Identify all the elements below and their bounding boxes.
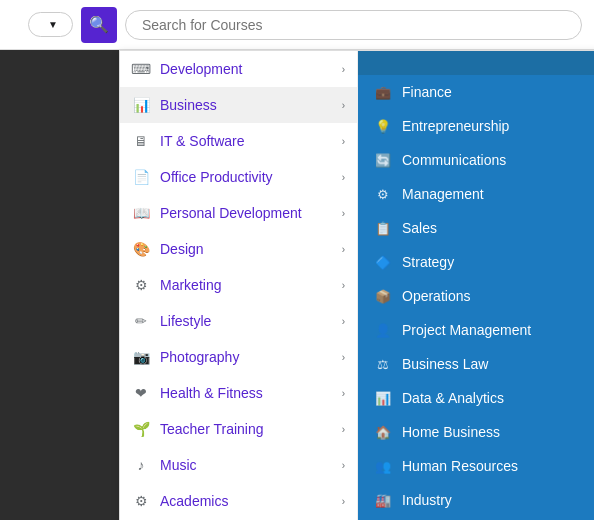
right-label-project-management: Project Management [402,322,531,338]
menu-label-photography: Photography [160,349,332,365]
menu-label-marketing: Marketing [160,277,332,293]
right-icon-strategy: 🔷 [374,253,392,271]
menu-item-academics[interactable]: ⚙ Academics › [120,483,357,519]
search-button[interactable]: 🔍 [81,7,117,43]
right-item-business-law[interactable]: ⚖ Business Law [358,347,594,381]
menu-item-personal-development[interactable]: 📖 Personal Development › [120,195,357,231]
menu-icon-academics: ⚙ [132,492,150,510]
menu-label-business: Business [160,97,332,113]
right-icon-sales: 📋 [374,219,392,237]
search-input[interactable] [125,10,582,40]
menu-label-design: Design [160,241,332,257]
right-label-strategy: Strategy [402,254,454,270]
menu-label-teacher-training: Teacher Training [160,421,332,437]
menu-icon-personal-development: 📖 [132,204,150,222]
right-icon-finance: 💼 [374,83,392,101]
search-icon: 🔍 [89,15,109,34]
menu-item-office-productivity[interactable]: 📄 Office Productivity › [120,159,357,195]
right-label-management: Management [402,186,484,202]
right-item-human-resources[interactable]: 👥 Human Resources [358,449,594,483]
right-item-data-analytics[interactable]: 📊 Data & Analytics [358,381,594,415]
right-items-list: 💼 Finance 💡 Entrepreneurship 🔄 Communica… [358,75,594,517]
menu-label-it-software: IT & Software [160,133,332,149]
menu-arrow-development: › [342,64,345,75]
right-label-data-analytics: Data & Analytics [402,390,504,406]
menu-arrow-business: › [342,100,345,111]
menu-icon-it-software: 🖥 [132,132,150,150]
right-label-finance: Finance [402,84,452,100]
menu-icon-lifestyle: ✏ [132,312,150,330]
menu-icon-office-productivity: 📄 [132,168,150,186]
right-item-management[interactable]: ⚙ Management [358,177,594,211]
right-label-entrepreneurship: Entrepreneurship [402,118,509,134]
right-item-industry[interactable]: 🏭 Industry [358,483,594,517]
right-icon-human-resources: 👥 [374,457,392,475]
browse-dropdown: ⌨ Development › 📊 Business › 🖥 IT & Soft… [119,50,594,520]
right-item-entrepreneurship[interactable]: 💡 Entrepreneurship [358,109,594,143]
right-label-home-business: Home Business [402,424,500,440]
right-label-operations: Operations [402,288,470,304]
right-item-project-management[interactable]: 👤 Project Management [358,313,594,347]
menu-icon-health-fitness: ❤ [132,384,150,402]
menu-item-it-software[interactable]: 🖥 IT & Software › [120,123,357,159]
right-icon-communications: 🔄 [374,151,392,169]
menu-icon-music: ♪ [132,456,150,474]
left-menu: ⌨ Development › 📊 Business › 🖥 IT & Soft… [120,51,358,520]
menu-icon-development: ⌨ [132,60,150,78]
right-item-strategy[interactable]: 🔷 Strategy [358,245,594,279]
menu-icon-design: 🎨 [132,240,150,258]
right-panel: 💼 Finance 💡 Entrepreneurship 🔄 Communica… [358,51,594,520]
right-label-communications: Communications [402,152,506,168]
right-label-human-resources: Human Resources [402,458,518,474]
menu-item-development[interactable]: ⌨ Development › [120,51,357,87]
menu-arrow-lifestyle: › [342,316,345,327]
menu-arrow-academics: › [342,496,345,507]
right-item-finance[interactable]: 💼 Finance [358,75,594,109]
menu-label-health-fitness: Health & Fitness [160,385,332,401]
right-item-sales[interactable]: 📋 Sales [358,211,594,245]
menu-item-photography[interactable]: 📷 Photography › [120,339,357,375]
menu-icon-photography: 📷 [132,348,150,366]
right-icon-data-analytics: 📊 [374,389,392,407]
menu-item-teacher-training[interactable]: 🌱 Teacher Training › [120,411,357,447]
menu-arrow-marketing: › [342,280,345,291]
menu-item-design[interactable]: 🎨 Design › [120,231,357,267]
menu-arrow-teacher-training: › [342,424,345,435]
menu-arrow-it-software: › [342,136,345,147]
right-icon-business-law: ⚖ [374,355,392,373]
right-icon-home-business: 🏠 [374,423,392,441]
menu-item-lifestyle[interactable]: ✏ Lifestyle › [120,303,357,339]
right-label-sales: Sales [402,220,437,236]
right-item-home-business[interactable]: 🏠 Home Business [358,415,594,449]
right-label-industry: Industry [402,492,452,508]
menu-icon-teacher-training: 🌱 [132,420,150,438]
right-label-business-law: Business Law [402,356,488,372]
menu-label-development: Development [160,61,332,77]
menu-item-music[interactable]: ♪ Music › [120,447,357,483]
right-icon-project-management: 👤 [374,321,392,339]
right-icon-management: ⚙ [374,185,392,203]
menu-item-marketing[interactable]: ⚙ Marketing › [120,267,357,303]
menu-item-health-fitness[interactable]: ❤ Health & Fitness › [120,375,357,411]
background-area [0,50,119,520]
menu-label-lifestyle: Lifestyle [160,313,332,329]
menu-label-personal-development: Personal Development [160,205,332,221]
right-item-communications[interactable]: 🔄 Communications [358,143,594,177]
right-icon-operations: 📦 [374,287,392,305]
menu-label-music: Music [160,457,332,473]
menu-arrow-music: › [342,460,345,471]
menu-arrow-personal-development: › [342,208,345,219]
right-icon-industry: 🏭 [374,491,392,509]
menu-icon-marketing: ⚙ [132,276,150,294]
menu-label-office-productivity: Office Productivity [160,169,332,185]
menu-arrow-office-productivity: › [342,172,345,183]
menu-arrow-photography: › [342,352,345,363]
menu-item-business[interactable]: 📊 Business › [120,87,357,123]
menu-arrow-design: › [342,244,345,255]
right-icon-entrepreneurship: 💡 [374,117,392,135]
right-item-operations[interactable]: 📦 Operations [358,279,594,313]
menu-label-academics: Academics [160,493,332,509]
header: ▼ 🔍 [0,0,594,50]
menu-arrow-health-fitness: › [342,388,345,399]
browse-button[interactable]: ▼ [28,12,73,37]
